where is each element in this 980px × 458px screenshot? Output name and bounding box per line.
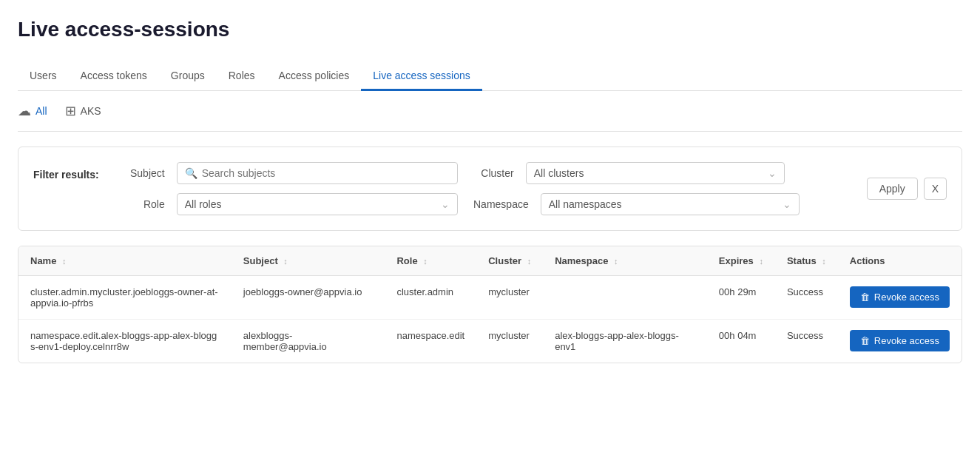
cluster-select-value: All clusters [534, 167, 584, 179]
col-header-status: Status ↕ [775, 246, 838, 276]
cluster-option-aks[interactable]: ⊞ AKS [65, 103, 101, 119]
role-select[interactable]: All roles ⌄ [177, 193, 458, 215]
cell-cluster-0: mycluster [476, 276, 543, 320]
cell-subject-0: joebloggs-owner@appvia.io [232, 276, 385, 320]
namespace-chevron-icon: ⌄ [783, 198, 791, 210]
cell-name-0: cluster.admin.mycluster.joebloggs-owner-… [18, 276, 232, 320]
sessions-table: Name ↕ Subject ↕ Role ↕ Cluster ↕ [18, 246, 962, 363]
cell-cluster-1: mycluster [476, 320, 543, 363]
role-chevron-icon: ⌄ [441, 198, 450, 210]
tab-access-tokens[interactable]: Access tokens [69, 62, 159, 91]
revoke-access-button-0[interactable]: 🗑 Revoke access [850, 286, 950, 308]
table-row: cluster.admin.mycluster.joebloggs-owner-… [18, 276, 962, 320]
cluster-option-all-label: All [36, 105, 47, 117]
tab-roles[interactable]: Roles [217, 62, 267, 91]
revoke-label-0: Revoke access [874, 292, 939, 303]
role-label: Role [117, 198, 165, 210]
tab-users[interactable]: Users [18, 62, 69, 91]
cluster-select[interactable]: All clusters ⌄ [526, 162, 785, 184]
col-header-namespace: Namespace ↕ [543, 246, 707, 276]
filter-panel: Filter results: Subject 🔍 Cluster All cl… [18, 147, 962, 231]
filter-label: Filter results: [33, 169, 99, 181]
subject-label: Subject [117, 167, 165, 179]
sessions-table-container: Name ↕ Subject ↕ Role ↕ Cluster ↕ [18, 246, 962, 363]
apply-button[interactable]: Apply [867, 178, 918, 200]
cell-role-1: namespace.edit [385, 320, 476, 363]
tab-nav: Users Access tokens Groups Roles Access … [18, 62, 962, 91]
sort-cluster-icon: ↕ [527, 257, 532, 266]
cluster-filter: ☁ All ⊞ AKS [18, 91, 962, 132]
tab-access-policies[interactable]: Access policies [267, 62, 362, 91]
sort-expires-icon: ↕ [759, 257, 763, 266]
cell-expires-0: 00h 29m [707, 276, 775, 320]
table-row: namespace.edit.alex-bloggs-app-alex-blog… [18, 320, 962, 363]
col-header-cluster: Cluster ↕ [476, 246, 543, 276]
revoke-label-1: Revoke access [874, 335, 939, 346]
cell-name-1: namespace.edit.alex-bloggs-app-alex-blog… [18, 320, 232, 363]
role-select-value: All roles [185, 198, 222, 210]
sort-status-icon: ↕ [822, 257, 826, 266]
col-header-expires: Expires ↕ [707, 246, 775, 276]
col-header-actions: Actions [838, 246, 962, 276]
col-header-name: Name ↕ [18, 246, 232, 276]
sort-name-icon: ↕ [62, 257, 67, 266]
cluster-chevron-icon: ⌄ [768, 167, 777, 179]
grid-icon: ⊞ [65, 103, 76, 119]
col-header-subject: Subject ↕ [232, 246, 385, 276]
sort-namespace-icon: ↕ [614, 257, 618, 266]
cluster-label: Cluster [470, 167, 514, 179]
cluster-option-aks-label: AKS [81, 105, 101, 117]
table-header-row: Name ↕ Subject ↕ Role ↕ Cluster ↕ [18, 246, 962, 276]
col-header-role: Role ↕ [385, 246, 476, 276]
cell-namespace-0 [543, 276, 707, 320]
cloud-icon: ☁ [18, 103, 31, 119]
namespace-select-value: All namespaces [549, 198, 622, 210]
subject-search-input[interactable] [202, 167, 450, 179]
cluster-option-all[interactable]: ☁ All [18, 103, 47, 119]
sort-subject-icon: ↕ [283, 257, 288, 266]
cell-namespace-1: alex-bloggs-app-alex-bloggs-env1 [543, 320, 707, 363]
page-title: Live access-sessions [18, 18, 962, 41]
cell-status-1: Success [775, 320, 838, 363]
sort-role-icon: ↕ [423, 257, 428, 266]
cell-subject-1: alexbloggs-member@appvia.io [232, 320, 385, 363]
clear-button[interactable]: X [924, 178, 947, 200]
tab-live-access-sessions[interactable]: Live access sessions [361, 62, 482, 91]
trash-icon: 🗑 [860, 292, 870, 303]
namespace-label: Namespace [470, 198, 529, 210]
namespace-select[interactable]: All namespaces ⌄ [541, 193, 800, 215]
trash-icon: 🗑 [860, 335, 870, 346]
cell-actions-0: 🗑 Revoke access [838, 276, 962, 320]
subject-search-input-wrapper[interactable]: 🔍 [177, 162, 458, 184]
cell-actions-1: 🗑 Revoke access [838, 320, 962, 363]
filter-actions: Apply X [867, 178, 947, 200]
search-icon: 🔍 [185, 167, 197, 179]
tab-groups[interactable]: Groups [159, 62, 217, 91]
revoke-access-button-1[interactable]: 🗑 Revoke access [850, 330, 950, 351]
cell-status-0: Success [775, 276, 838, 320]
cell-role-0: cluster.admin [385, 276, 476, 320]
cell-expires-1: 00h 04m [707, 320, 775, 363]
